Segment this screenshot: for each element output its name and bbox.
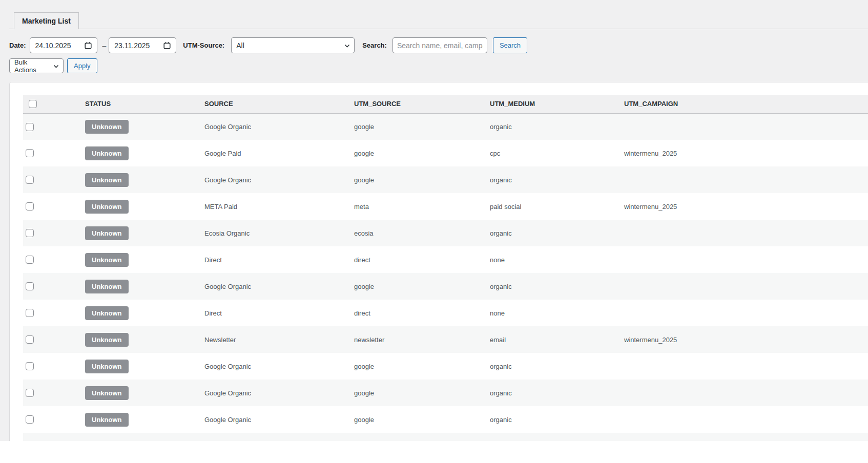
utm-campaign-cell: wintermenu_2025	[624, 326, 868, 353]
row-checkbox[interactable]	[26, 229, 34, 237]
utm-source-cell: google	[354, 380, 490, 406]
utm-medium-cell: cpc	[490, 140, 624, 166]
row-checkbox[interactable]	[26, 309, 34, 317]
calendar-icon[interactable]	[163, 41, 171, 50]
tab-bar: Marketing List	[9, 12, 868, 29]
utm-source-cell: google	[354, 353, 490, 380]
utm-medium-cell: email	[490, 326, 624, 353]
table-row: UnknownEcosia Organicecosiaorganic	[23, 220, 868, 246]
marketing-table: STATUS SOURCE UTM_SOURCE UTM_MEDIUM UTM_…	[23, 95, 868, 441]
table-row: UnknownGoogle Organicgoogleorganic	[23, 380, 868, 406]
utm-medium-cell: organic	[490, 113, 624, 140]
utm-campaign-cell: wintermenu_2025	[624, 193, 868, 220]
utm-source-select[interactable]: All	[231, 37, 355, 53]
search-button[interactable]: Search	[493, 37, 527, 53]
utm-campaign-cell: wintermenu_2025	[624, 140, 868, 166]
status-badge: Unknown	[85, 226, 129, 240]
row-checkbox[interactable]	[26, 282, 34, 290]
utm-medium-cell: paid social	[490, 193, 624, 220]
select-all-checkbox[interactable]	[29, 100, 37, 108]
row-checkbox[interactable]	[26, 256, 34, 264]
row-checkbox[interactable]	[26, 149, 34, 157]
marketing-list-card: STATUS SOURCE UTM_SOURCE UTM_MEDIUM UTM_…	[9, 82, 868, 441]
bulk-actions-select[interactable]: Bulk Actions	[9, 58, 64, 73]
row-checkbox[interactable]	[26, 415, 34, 424]
source-cell: Ecosia Organic	[204, 220, 354, 246]
date-range-separator: –	[102, 41, 107, 50]
utm-campaign-cell	[624, 380, 868, 406]
utm-medium-cell: organic	[490, 273, 624, 300]
utm-source-cell: google	[354, 166, 490, 193]
utm-source-cell: google	[354, 406, 490, 433]
table-row: UnknownMETA Paidmetapaid socialwintermen…	[23, 193, 868, 220]
row-checkbox[interactable]	[26, 389, 34, 397]
row-checkbox[interactable]	[26, 362, 34, 370]
table-row: UnknownGoogle Organicgoogleorganic	[23, 353, 868, 380]
status-badge: Unknown	[85, 413, 129, 427]
column-header-utm-medium: UTM_MEDIUM	[490, 95, 624, 113]
status-badge: Unknown	[85, 146, 129, 160]
source-cell: META Paid	[204, 193, 354, 220]
utm-medium-cell: organic	[490, 220, 624, 246]
utm-source-selected-value: All	[236, 41, 244, 50]
utm-campaign-cell	[624, 353, 868, 380]
status-badge: Unknown	[85, 360, 129, 373]
column-header-status: STATUS	[85, 95, 204, 113]
source-cell: Google Organic	[204, 273, 354, 300]
row-checkbox[interactable]	[26, 123, 34, 131]
table-row: UnknownGoogle Paidgooglecpcwintermenu_20…	[23, 140, 868, 166]
status-badge: Unknown	[85, 200, 129, 214]
table-row: UnknownNewsletternewsletteremailwinterme…	[23, 326, 868, 353]
utm-source-cell: direct	[354, 246, 490, 273]
row-checkbox[interactable]	[26, 202, 34, 211]
utm-campaign-cell	[624, 113, 868, 140]
status-badge: Unknown	[85, 280, 129, 293]
table-row: UnknownDirectdirectnone	[23, 246, 868, 273]
date-label: Date:	[9, 41, 26, 49]
utm-medium-cell: organic	[490, 380, 624, 406]
utm-campaign-cell	[624, 166, 868, 193]
table-header-row: STATUS SOURCE UTM_SOURCE UTM_MEDIUM UTM_…	[23, 95, 868, 113]
column-header-utm-campaign: UTM_CAMPAIGN	[624, 95, 868, 113]
search-input[interactable]	[392, 37, 487, 53]
date-to-input[interactable]: 23.11.2025	[109, 37, 176, 53]
utm-campaign-cell	[624, 406, 868, 433]
utm-medium-cell: organic	[490, 406, 624, 433]
date-from-input[interactable]: 24.10.2025	[30, 37, 97, 53]
utm-medium-cell: organic	[490, 353, 624, 380]
source-cell: Google Organic	[204, 380, 354, 406]
source-cell: Google Organic	[204, 113, 354, 140]
utm-campaign-cell	[624, 300, 868, 326]
utm-source-cell: meta	[354, 193, 490, 220]
row-checkbox[interactable]	[26, 335, 34, 344]
utm-campaign-cell	[624, 220, 868, 246]
source-cell: Google Organic	[204, 353, 354, 380]
chevron-down-icon	[344, 43, 350, 49]
utm-medium-cell: none	[490, 300, 624, 326]
date-from-value: 24.10.2025	[35, 41, 71, 50]
status-badge: Unknown	[85, 120, 129, 134]
utm-campaign-cell	[624, 246, 868, 273]
status-badge: Unknown	[85, 253, 129, 267]
source-cell: Google Paid	[204, 140, 354, 166]
row-checkbox[interactable]	[26, 176, 34, 184]
apply-button[interactable]: Apply	[67, 58, 97, 73]
source-cell: Direct	[204, 246, 354, 273]
tab-bar-divider	[9, 29, 868, 29]
status-badge: Unknown	[85, 386, 129, 400]
utm-medium-cell: none	[490, 246, 624, 273]
calendar-icon[interactable]	[84, 41, 92, 50]
utm-source-cell: newsletter	[354, 326, 490, 353]
date-to-value: 23.11.2025	[114, 41, 150, 50]
table-row-partial	[23, 433, 868, 441]
column-header-source: SOURCE	[204, 95, 354, 113]
utm-source-cell: ecosia	[354, 220, 490, 246]
bulk-actions-selected-value: Bulk Actions	[14, 58, 50, 74]
tab-marketing-list[interactable]: Marketing List	[14, 12, 79, 29]
column-header-utm-source: UTM_SOURCE	[354, 95, 490, 113]
tab-label: Marketing List	[22, 17, 71, 25]
source-cell: Google Organic	[204, 166, 354, 193]
table-row: UnknownDirectdirectnone	[23, 300, 868, 326]
utm-campaign-cell	[624, 273, 868, 300]
table-body: UnknownGoogle OrganicgoogleorganicUnknow…	[23, 113, 868, 441]
